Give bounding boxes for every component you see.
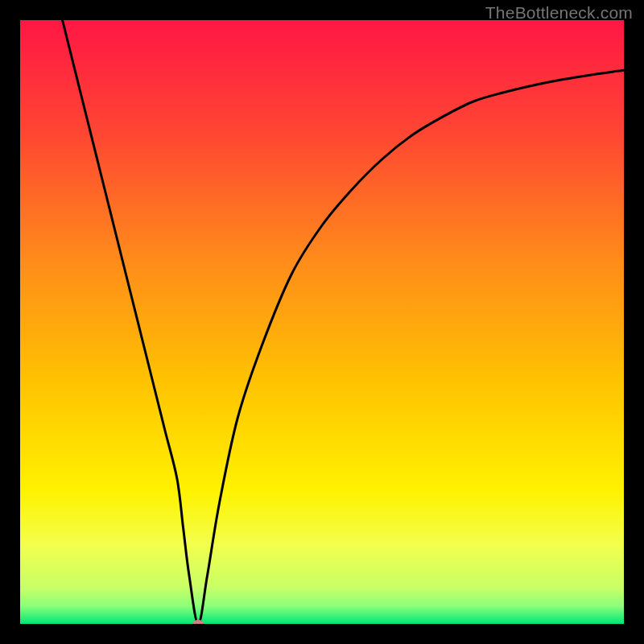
chart-container: TheBottleneck.com — [0, 0, 644, 644]
gradient-background — [20, 20, 624, 624]
plot-area — [20, 20, 624, 624]
chart-svg — [20, 20, 624, 624]
